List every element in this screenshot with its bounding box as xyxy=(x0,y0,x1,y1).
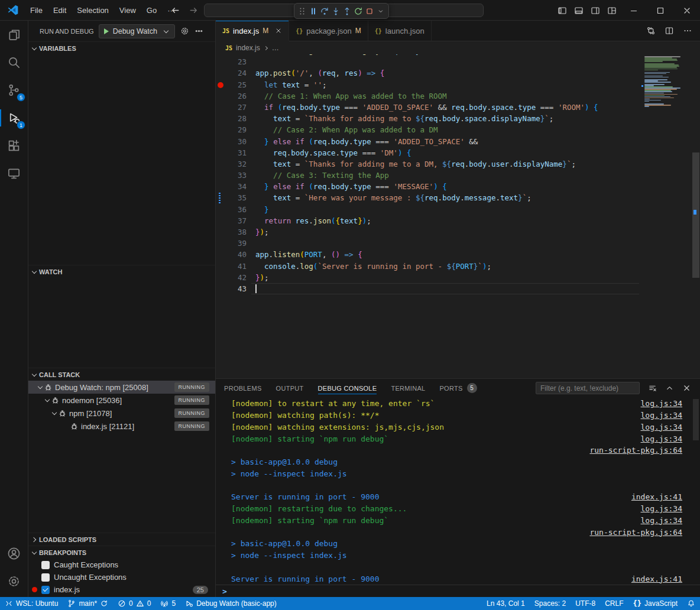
launch-config-dropdown[interactable]: Debug Watch xyxy=(99,24,175,38)
status-eol[interactable]: CRLF xyxy=(600,597,628,610)
minimap[interactable] xyxy=(641,54,692,378)
glyph-margin[interactable] xyxy=(216,226,226,238)
menu-file[interactable]: File xyxy=(25,4,48,17)
breakpoint-row-uncaught-exceptions[interactable]: Uncaught Exceptions xyxy=(28,571,215,583)
minimize-button[interactable] xyxy=(620,0,647,21)
breakpoints-section-header[interactable]: BREAKPOINTS xyxy=(28,546,215,559)
sidebar-more-actions-icon[interactable] xyxy=(195,27,203,35)
code-line-41[interactable]: 41 console.log(`Server is running in por… xyxy=(216,261,641,272)
code-editor[interactable]: 22 console.log(JSON.stringify(req.body))… xyxy=(216,54,700,378)
debug-console-input[interactable]: > xyxy=(216,585,700,597)
glyph-margin[interactable] xyxy=(216,261,226,272)
maximize-button[interactable] xyxy=(647,0,673,21)
glyph-margin[interactable] xyxy=(216,67,226,79)
clear-console-icon[interactable] xyxy=(648,384,657,392)
console-source-link[interactable]: log.js:34 xyxy=(641,434,682,443)
more-actions-icon[interactable] xyxy=(683,26,692,35)
breakpoint-checkbox[interactable] xyxy=(41,586,50,594)
code-line-34[interactable]: 34 } else if (req.body.type === 'MESSAGE… xyxy=(216,181,641,192)
code-line-43[interactable]: 43 xyxy=(216,283,641,294)
call-stack-session-nodemon-25036[interactable]: nodemon [25036]RUNNING xyxy=(28,394,215,407)
code-line-30[interactable]: 30 } else if (req.body.type === 'ADDED_T… xyxy=(216,136,641,147)
breadcrumb[interactable]: JS index.js … xyxy=(216,41,700,54)
tab-launch-json[interactable]: {}launch.json xyxy=(368,21,432,41)
breakpoint-checkbox[interactable] xyxy=(41,561,50,569)
glyph-margin[interactable] xyxy=(216,90,226,102)
code-line-33[interactable]: 33 // Case 3: Texting the App xyxy=(216,170,641,181)
glyph-margin[interactable] xyxy=(216,204,226,215)
close-panel-icon[interactable] xyxy=(682,384,691,392)
step-over-button[interactable] xyxy=(319,5,330,17)
code-line-32[interactable]: 32 text = `Thanks for adding me to a DM,… xyxy=(216,158,641,170)
console-source-link[interactable]: index.js:41 xyxy=(631,575,682,583)
code-line-40[interactable]: 40app.listen(PORT, () => { xyxy=(216,249,641,260)
glyph-margin[interactable] xyxy=(216,181,226,192)
glyph-margin[interactable] xyxy=(216,136,226,147)
console-source-link[interactable]: run-script-pkg.js:64 xyxy=(589,528,682,537)
close-window-button[interactable] xyxy=(673,0,700,21)
activity-search[interactable] xyxy=(0,48,28,76)
menu-view[interactable]: View xyxy=(114,4,141,17)
call-stack-session-npm-21078[interactable]: npm [21078]RUNNING xyxy=(28,407,215,420)
chevron-down-icon[interactable] xyxy=(44,397,51,404)
customize-layout-icon[interactable] xyxy=(604,0,620,21)
toggle-secondary-sidebar-icon[interactable] xyxy=(587,0,604,21)
breakpoint-row-index-js[interactable]: index.js25 xyxy=(28,583,215,596)
activity-source-control[interactable]: 5 xyxy=(0,76,28,104)
console-filter-input[interactable] xyxy=(536,382,640,394)
step-out-button[interactable] xyxy=(342,5,352,17)
glyph-margin[interactable] xyxy=(216,283,226,294)
code-line-35[interactable]: 35 text = `Here was your message : ${req… xyxy=(216,192,641,203)
start-debug-icon[interactable] xyxy=(104,28,109,34)
status-encoding[interactable]: UTF-8 xyxy=(571,597,600,610)
code-line-26[interactable]: 26 // Case 1: When App was added to the … xyxy=(216,90,641,102)
glyph-margin[interactable] xyxy=(216,192,226,203)
call-stack-section-header[interactable]: CALL STACK xyxy=(28,368,215,381)
glyph-margin[interactable] xyxy=(216,56,226,67)
glyph-margin[interactable] xyxy=(216,238,226,249)
console-source-link[interactable]: log.js:34 xyxy=(641,423,682,431)
glyph-margin[interactable] xyxy=(216,147,226,158)
step-into-button[interactable] xyxy=(330,5,341,17)
code-line-39[interactable]: 39 xyxy=(216,238,641,249)
go-forward-icon[interactable] xyxy=(189,5,199,15)
tab-package-json[interactable]: {}package.jsonM xyxy=(289,21,368,41)
code-line-31[interactable]: 31 req.body.space.type === 'DM') { xyxy=(216,147,641,158)
glyph-margin[interactable] xyxy=(216,170,226,181)
split-editor-icon[interactable] xyxy=(665,26,674,35)
chevron-down-icon[interactable] xyxy=(37,384,44,391)
status-debug-session[interactable]: Debug Watch (basic-app) xyxy=(180,597,281,610)
status-ports-forwarded[interactable]: 5 xyxy=(155,597,180,610)
panel-tab-problems[interactable]: PROBLEMS xyxy=(224,379,262,397)
call-stack-session-index-js-21121[interactable]: index.js [21121]RUNNING xyxy=(28,420,215,433)
chevron-down-icon[interactable] xyxy=(51,410,58,417)
console-source-link[interactable]: log.js:34 xyxy=(641,516,682,525)
activity-explorer[interactable] xyxy=(0,21,28,48)
maximize-panel-icon[interactable] xyxy=(665,384,674,392)
breakpoint-icon[interactable] xyxy=(218,82,223,88)
editor-scrollbar[interactable] xyxy=(692,54,700,378)
console-source-link[interactable]: log.js:34 xyxy=(641,411,682,420)
glyph-margin[interactable] xyxy=(216,215,226,226)
console-source-link[interactable]: log.js:34 xyxy=(641,399,682,408)
code-line-37[interactable]: 37 return res.json({text}); xyxy=(216,215,641,226)
pause-button[interactable] xyxy=(308,5,319,17)
glyph-margin[interactable] xyxy=(216,272,226,283)
activity-remote-explorer[interactable] xyxy=(0,160,28,187)
panel-tab-output[interactable]: OUTPUT xyxy=(276,379,304,397)
debug-console-output[interactable]: [nodemon] to restart at any time, enter … xyxy=(216,398,700,585)
stop-menu-button[interactable] xyxy=(375,5,386,17)
glyph-margin[interactable] xyxy=(216,249,226,260)
code-line-36[interactable]: 36 } xyxy=(216,204,641,215)
menu-selection[interactable]: Selection xyxy=(72,4,114,17)
console-source-link[interactable]: index.js:41 xyxy=(631,492,682,501)
breadcrumb-symbol[interactable]: … xyxy=(272,44,279,52)
loaded-scripts-section-header[interactable]: LOADED SCRIPTS xyxy=(28,533,215,546)
status-notifications[interactable] xyxy=(682,597,700,610)
scrollbar-thumb[interactable] xyxy=(692,152,699,278)
breadcrumb-file[interactable]: index.js xyxy=(236,44,260,52)
glyph-margin[interactable] xyxy=(216,79,226,90)
console-source-link[interactable]: log.js:34 xyxy=(641,504,682,513)
activity-run-and-debug[interactable]: 1 xyxy=(0,104,28,132)
glyph-margin[interactable] xyxy=(216,158,226,170)
